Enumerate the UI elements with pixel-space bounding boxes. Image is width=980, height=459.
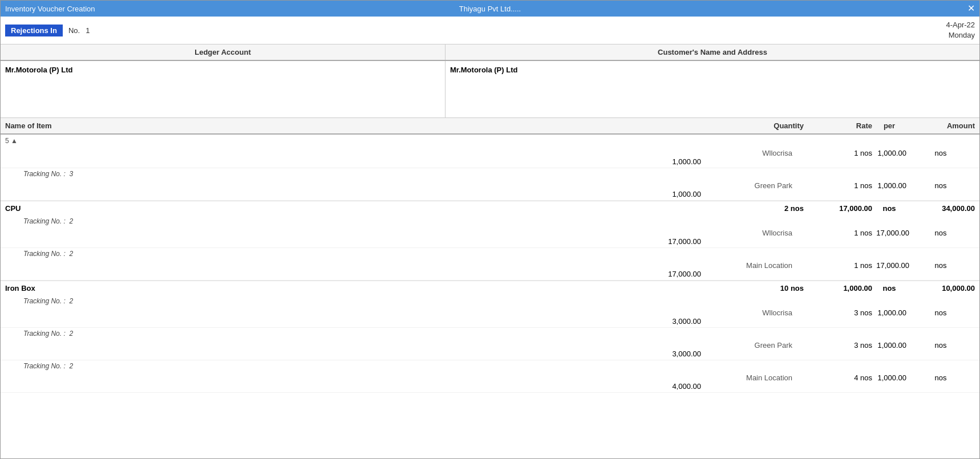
voucher-no-label: No.: [68, 26, 80, 35]
list-item: Wllocrisa 1 nos 17,000.00 nos 17,000.00: [1, 227, 979, 248]
item-name: CPU: [5, 204, 701, 213]
tracking-label: Tracking No. : 2: [23, 330, 701, 338]
location-rate: 1,000.00: [872, 373, 906, 382]
content-area: 5 ▲ Wllocrisa 1 nos 1,000.00 nos 1,000.0…: [1, 135, 979, 393]
date-value: 4-Apr-22: [946, 20, 975, 30]
tracking-row: Tracking No. : 2: [1, 248, 979, 259]
item-amount: 10,000.00: [906, 284, 975, 293]
day-value: Monday: [946, 30, 975, 40]
voucher-no-value: 1: [86, 26, 90, 35]
item-per: nos: [872, 284, 906, 293]
ledger-section: Mr.Motorola (P) Ltd Mr.Motorola (P) Ltd: [1, 61, 979, 118]
location-per: nos: [906, 181, 975, 190]
location-qty: 4 nos: [804, 373, 872, 382]
company-name: Thiyagu Pvt Ltd.....: [459, 5, 521, 13]
tracking-row: Tracking No. : 3: [1, 168, 979, 180]
location-amount: 17,000.00: [5, 270, 701, 278]
location-name: Green Park: [701, 181, 804, 190]
tracking-row: Tracking No. : 2: [1, 295, 979, 307]
columns-header: Ledger Account Customer's Name and Addre…: [1, 44, 979, 61]
main-window: Inventory Voucher Creation Thiyagu Pvt L…: [0, 0, 980, 459]
location-per: nos: [906, 341, 975, 350]
list-item: Wllocrisa 1 nos 1,000.00 nos 1,000.00: [1, 147, 979, 168]
location-qty: 1 nos: [804, 229, 872, 237]
location-amount: 1,000.00: [5, 157, 701, 166]
tracking-label: Tracking No. : 2: [23, 362, 701, 370]
customer-value: Mr.Motorola (P) Ltd: [446, 61, 979, 117]
list-item: Wllocrisa 3 nos 1,000.00 nos 3,000.00: [1, 307, 979, 328]
location-qty: 1 nos: [804, 181, 872, 190]
item-rate: 17,000.00: [804, 204, 872, 213]
location-name: Wllocrisa: [701, 308, 804, 317]
ledger-value[interactable]: Mr.Motorola (P) Ltd: [1, 61, 446, 117]
title-bar: Inventory Voucher Creation Thiyagu Pvt L…: [1, 1, 979, 17]
item-row-ironbox: Iron Box 10 nos 1,000.00 nos 10,000.00: [1, 281, 979, 295]
location-amount: 1,000.00: [5, 190, 701, 198]
location-rate: 1,000.00: [872, 341, 906, 350]
date-info: 4-Apr-22 Monday: [946, 20, 975, 40]
customer-name-header: Customer's Name and Address: [446, 44, 979, 60]
item-qty: 10 nos: [701, 284, 804, 293]
location-rate: 17,000.00: [872, 229, 906, 237]
tracking-row: Tracking No. : 2: [1, 328, 979, 339]
location-name: Green Park: [701, 341, 804, 350]
name-of-item-header: Name of Item: [5, 121, 701, 130]
tracking-row: Tracking No. : 2: [1, 360, 979, 372]
tracking-label: Tracking No. : 3: [23, 170, 701, 178]
location-qty: 1 nos: [804, 149, 872, 157]
location-amount: 3,000.00: [5, 317, 701, 326]
sub-header: Rejections In No. 1 4-Apr-22 Monday: [1, 17, 979, 44]
location-qty: 3 nos: [804, 308, 872, 317]
items-header: Name of Item Quantity Rate per Amount: [1, 118, 979, 135]
location-amount: 3,000.00: [5, 350, 701, 358]
location-name: Wllocrisa: [701, 149, 804, 157]
per-header: per: [872, 121, 906, 130]
location-rate: 1,000.00: [872, 181, 906, 190]
rate-header: Rate: [804, 121, 872, 130]
location-name: Main Location: [701, 373, 804, 382]
location-qty: 1 nos: [804, 261, 872, 270]
item-qty: 2 nos: [701, 204, 804, 213]
ledger-account-header: Ledger Account: [1, 44, 446, 60]
list-item: Main Location 4 nos 1,000.00 nos 4,000.0…: [1, 372, 979, 393]
location-per: nos: [906, 149, 975, 157]
tracking-label: Tracking No. : 2: [23, 297, 701, 305]
tracking-label: Tracking No. : 2: [23, 217, 701, 225]
list-item: Green Park 1 nos 1,000.00 nos 1,000.00: [1, 180, 979, 201]
location-per: nos: [906, 229, 975, 237]
quantity-header: Quantity: [701, 121, 804, 130]
location-per: nos: [906, 261, 975, 270]
tracking-row: Tracking No. : 2: [1, 216, 979, 227]
list-item: Main Location 1 nos 17,000.00 nos 17,000…: [1, 259, 979, 281]
location-amount: 17,000.00: [5, 237, 701, 246]
location-rate: 17,000.00: [872, 261, 906, 270]
location-per: nos: [906, 308, 975, 317]
rejections-badge: Rejections In: [5, 25, 63, 36]
location-per: nos: [906, 373, 975, 382]
close-button[interactable]: ✕: [967, 4, 975, 13]
section-number: 5 ▲: [1, 135, 979, 147]
location-name: Main Location: [701, 261, 804, 270]
item-per: nos: [872, 204, 906, 213]
location-amount: 4,000.00: [5, 382, 701, 391]
sub-header-left: Rejections In No. 1: [5, 25, 90, 36]
item-amount: 34,000.00: [906, 204, 975, 213]
location-rate: 1,000.00: [872, 149, 906, 157]
tracking-label: Tracking No. : 2: [23, 250, 701, 258]
location-rate: 1,000.00: [872, 308, 906, 317]
window-title: Inventory Voucher Creation: [5, 5, 95, 13]
item-row-cpu: CPU 2 nos 17,000.00 nos 34,000.00: [1, 201, 979, 216]
list-item: Green Park 3 nos 1,000.00 nos 3,000.00: [1, 339, 979, 360]
item-rate: 1,000.00: [804, 284, 872, 293]
amount-header: Amount: [906, 121, 975, 130]
location-name: Wllocrisa: [701, 229, 804, 237]
item-name: Iron Box: [5, 284, 701, 293]
location-qty: 3 nos: [804, 341, 872, 350]
